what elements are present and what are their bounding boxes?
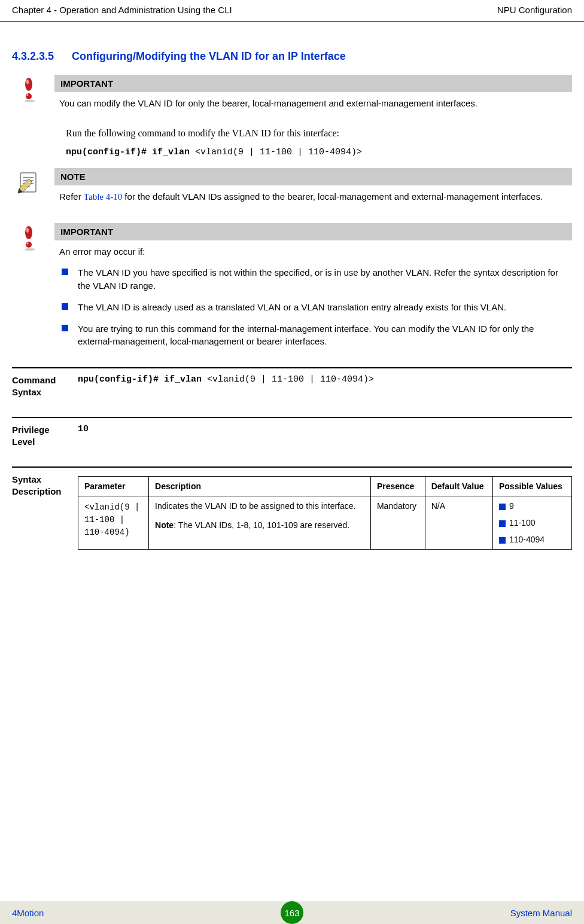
callout-title: IMPORTANT: [54, 223, 572, 240]
svg-point-14: [25, 248, 35, 251]
bullet-square-icon: [499, 520, 506, 527]
cell-presence: Mandatory: [370, 496, 425, 550]
th-presence: Presence: [370, 477, 425, 496]
bullet-square-icon: [499, 537, 506, 544]
page-number: 163: [281, 901, 303, 924]
body-paragraph: Run the following command to modify the …: [66, 128, 572, 139]
callout-text: Refer Table 4-10 for the default VLAN ID…: [54, 190, 572, 204]
header-right: NPU Configuration: [497, 5, 572, 15]
bullet-square-icon: [499, 504, 506, 510]
svg-point-11: [26, 228, 29, 233]
th-description: Description: [149, 477, 371, 496]
page-footer: 4Motion 163 System Manual: [0, 901, 584, 924]
cell-parameter: <vlanid(9 | 11-100 | 110-4094): [78, 496, 149, 550]
table-row: <vlanid(9 | 11-100 | 110-4094) Indicates…: [78, 496, 572, 550]
important-callout: IMPORTANT You can modify the VLAN ID for…: [12, 75, 572, 118]
table-reference-link[interactable]: Table 4-10: [84, 192, 122, 202]
note-icon: [12, 168, 45, 194]
footer-left: 4Motion: [12, 908, 44, 918]
svg-point-0: [25, 78, 32, 91]
cell-description: Indicates the VLAN ID to be assigned to …: [149, 496, 371, 550]
important-icon: [12, 223, 45, 252]
page-header: Chapter 4 - Operation and Administration…: [0, 0, 584, 22]
svg-point-13: [26, 242, 28, 245]
bullet-item: The VLAN ID is already used as a transla…: [59, 301, 567, 314]
note-callout: NOTE Refer Table 4-10 for the default VL…: [12, 168, 572, 212]
header-left: Chapter 4 - Operation and Administration…: [12, 5, 232, 15]
bullet-item: You are trying to run this command for t…: [59, 322, 567, 349]
important-icon: [12, 75, 45, 103]
section-heading: 4.3.2.3.5 Configuring/Modifying the VLAN…: [12, 50, 572, 63]
callout-title: NOTE: [54, 168, 572, 185]
callout-title: IMPORTANT: [54, 75, 572, 92]
svg-point-12: [26, 242, 32, 248]
footer-right: System Manual: [510, 908, 572, 918]
callout-text: You can modify the VLAN ID for only the …: [54, 97, 572, 110]
def-label: Command Syntax: [12, 374, 71, 398]
command-syntax-block: Command Syntax npu(config-if)# if_vlan <…: [12, 367, 572, 406]
svg-point-10: [25, 226, 32, 239]
th-default: Default Value: [425, 477, 492, 496]
bullet-square-icon: [62, 325, 68, 331]
svg-point-4: [25, 100, 35, 102]
svg-point-3: [26, 94, 28, 96]
privilege-level-block: Privilege Level 10: [12, 417, 572, 456]
def-content: Parameter Description Presence Default V…: [78, 474, 572, 550]
cell-default: N/A: [425, 496, 492, 550]
svg-point-1: [26, 80, 29, 84]
important-callout: IMPORTANT An error may occur if: The VLA…: [12, 223, 572, 357]
command-line: npu(config-if)# if_vlan <vlanid(9 | 11-1…: [66, 147, 572, 157]
section-number: 4.3.2.3.5: [12, 50, 54, 63]
bullet-item: The VLAN ID you have specified is not wi…: [59, 266, 567, 292]
def-content: npu(config-if)# if_vlan <vlanid(9 | 11-1…: [78, 374, 572, 398]
callout-text: An error may occur if: The VLAN ID you h…: [54, 245, 572, 349]
th-possible: Possible Values: [492, 477, 571, 496]
syntax-table: Parameter Description Presence Default V…: [78, 476, 572, 550]
th-parameter: Parameter: [78, 477, 149, 496]
section-title: Configuring/Modifying the VLAN ID for an…: [72, 50, 346, 63]
def-label: Syntax Description: [12, 474, 71, 550]
bullet-square-icon: [62, 303, 68, 310]
syntax-description-block: Syntax Description Parameter Description…: [12, 466, 572, 558]
page-content: 4.3.2.3.5 Configuring/Modifying the VLAN…: [0, 22, 584, 558]
svg-point-2: [26, 93, 32, 99]
def-label: Privilege Level: [12, 424, 71, 447]
table-header-row: Parameter Description Presence Default V…: [78, 477, 572, 496]
cell-possible-values: 9 11-100 110-4094: [492, 496, 571, 550]
def-content: 10: [78, 424, 572, 447]
bullet-square-icon: [62, 269, 68, 275]
